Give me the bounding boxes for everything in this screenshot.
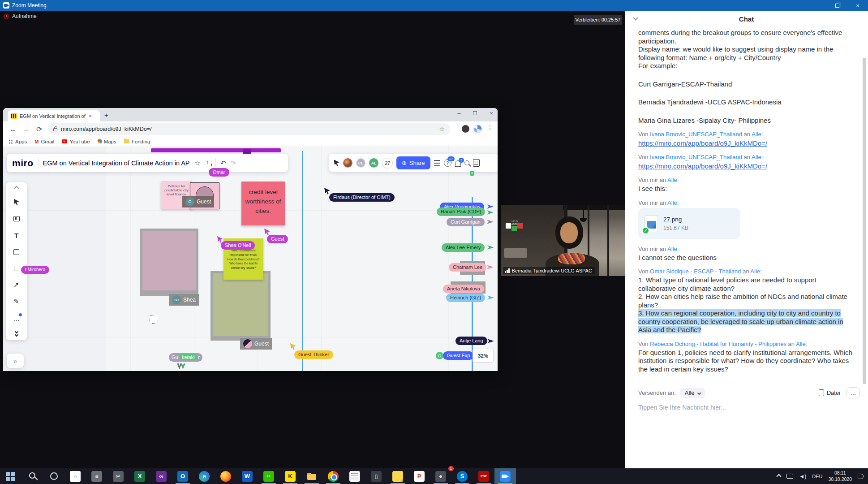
forward-button[interactable]: → bbox=[23, 125, 30, 134]
action-center-icon[interactable] bbox=[858, 474, 864, 479]
more-options-button[interactable]: … bbox=[847, 387, 860, 398]
chat-scrollbar[interactable] bbox=[863, 58, 866, 384]
taskbar-zoom[interactable] bbox=[494, 468, 516, 484]
canvas-zoom-level[interactable]: 32% bbox=[473, 349, 494, 363]
chat-link[interactable]: https://miro.com/app/board/o9J_kiKkMDo=/ bbox=[638, 139, 852, 147]
url-text[interactable]: miro.com/app/board/o9J_kiKkMDo=/ bbox=[61, 126, 435, 132]
taskbar-chrome[interactable] bbox=[322, 468, 344, 484]
redo-icon[interactable]: ↷ bbox=[231, 159, 236, 167]
miro-logo[interactable]: miro bbox=[12, 158, 34, 169]
minimize-button[interactable]: – bbox=[806, 0, 827, 11]
taskbar-pdf[interactable]: PDF bbox=[473, 468, 494, 484]
sticky-note-olive[interactable] bbox=[213, 273, 268, 336]
browser-close-button[interactable]: × bbox=[490, 110, 493, 117]
taskbar-word[interactable]: W bbox=[236, 468, 258, 484]
browser-tab[interactable]: EGM on Vertical Integration of Cl × bbox=[8, 110, 100, 121]
extension-icon[interactable] bbox=[462, 125, 469, 133]
clock[interactable]: 08:11 30.10.2020 bbox=[828, 470, 852, 482]
bookmark-gmail[interactable]: MGmail bbox=[34, 139, 54, 144]
address-bar[interactable]: miro.com/app/board/o9J_kiKkMDo=/ ☆ bbox=[48, 123, 450, 135]
taskbar-edge[interactable]: e bbox=[193, 468, 215, 484]
touch-keyboard-icon[interactable] bbox=[786, 474, 793, 479]
browser-menu-icon[interactable]: ⋮ bbox=[487, 124, 493, 131]
file-button[interactable]: Datei bbox=[819, 389, 840, 396]
rectangle-shape-mauve[interactable] bbox=[142, 231, 196, 290]
export-icon[interactable] bbox=[205, 160, 211, 166]
undo-icon[interactable]: ↶ bbox=[220, 159, 226, 167]
frame-title-bar[interactable] bbox=[151, 148, 281, 152]
settings-sliders-icon[interactable] bbox=[434, 160, 440, 166]
taskbar-media-app[interactable]: ∞ bbox=[150, 468, 172, 484]
search-icon[interactable] bbox=[464, 160, 469, 165]
chat-link[interactable]: https://miro.com/app/board/o9J_kiKkMDo=/ bbox=[638, 162, 852, 170]
speaker-icon[interactable]: ◄) bbox=[799, 473, 806, 480]
notes-icon[interactable] bbox=[473, 159, 480, 167]
pointer-tracking-icon[interactable] bbox=[334, 160, 339, 166]
taskbar-snipping-tool[interactable]: ✂ bbox=[107, 468, 129, 484]
taskbar-store[interactable]: ⌂ bbox=[64, 468, 86, 484]
bookmark-star-icon[interactable]: ☆ bbox=[439, 125, 445, 133]
sticky-note-red[interactable]: credit level worthiness of cities. bbox=[241, 182, 285, 225]
taskbar-printer[interactable]: ≡ bbox=[86, 468, 107, 484]
shapes-tool[interactable] bbox=[12, 264, 21, 273]
bookmark-maps[interactable]: Maps bbox=[98, 139, 116, 144]
restore-button[interactable] bbox=[827, 0, 847, 11]
small-shape[interactable] bbox=[150, 315, 158, 324]
collaborators-count[interactable]: 27 bbox=[382, 158, 393, 169]
bookmark-apps[interactable]: Apps bbox=[9, 139, 27, 144]
sticky-note-tool[interactable] bbox=[12, 247, 21, 256]
frames-panel-expander[interactable]: » bbox=[7, 354, 24, 368]
share-button[interactable]: ⊕ Share bbox=[396, 156, 430, 169]
arrow-tool[interactable]: ↗ bbox=[12, 281, 21, 290]
frames-tool[interactable] bbox=[12, 214, 21, 223]
toolbar-collapse-icon[interactable] bbox=[14, 186, 19, 190]
more-tools[interactable]: … bbox=[12, 314, 21, 323]
browser-restore-button[interactable] bbox=[473, 111, 477, 115]
toolbar-expand-icon[interactable] bbox=[15, 330, 18, 336]
bell-icon[interactable]: 2 bbox=[455, 160, 461, 166]
reload-button[interactable]: ⟳ bbox=[36, 125, 42, 134]
chat-messages[interactable]: comments during the breakout groups to e… bbox=[638, 29, 852, 380]
taskbar-file-explorer[interactable] bbox=[301, 468, 322, 484]
taskbar-kakaotalk[interactable]: K bbox=[279, 468, 301, 484]
bookmark-youtube[interactable]: YouTube bbox=[62, 139, 90, 144]
taskbar-phone[interactable]: ▯ bbox=[365, 468, 387, 484]
new-tab-button[interactable]: + bbox=[104, 111, 108, 119]
collaborator-avatar-cl[interactable]: CL bbox=[356, 158, 365, 168]
recording-indicator[interactable]: Aufnahme bbox=[4, 13, 37, 19]
help-icon[interactable]: ?17 bbox=[444, 159, 451, 167]
browser-profile-avatar[interactable] bbox=[473, 125, 482, 133]
taskbar-notepad[interactable] bbox=[344, 468, 365, 484]
chat-collapse-icon[interactable] bbox=[633, 15, 638, 20]
board-title[interactable]: EGM on Vertical Integration of Climate A… bbox=[43, 160, 190, 167]
recipient-select[interactable]: Alle bbox=[680, 388, 705, 398]
taskbar-outlook[interactable]: O bbox=[172, 468, 193, 484]
close-button[interactable]: × bbox=[847, 0, 868, 11]
pen-tool[interactable]: ✎ bbox=[12, 297, 21, 306]
taskbar-paint[interactable]: P bbox=[408, 468, 430, 484]
bookmark-funding[interactable]: Funding bbox=[124, 139, 150, 144]
select-tool[interactable] bbox=[12, 198, 21, 207]
taskbar-skype[interactable]: S bbox=[451, 468, 473, 484]
taskbar-cortana[interactable] bbox=[43, 468, 64, 484]
favorite-star-icon[interactable]: ☆ bbox=[194, 159, 200, 167]
chat-input[interactable]: Tippen Sie Ihre Nachricht hier... bbox=[638, 404, 860, 411]
participant-video[interactable]: UCLG ASPAC Bernadia Tjandradewi UCLG ASP… bbox=[501, 205, 625, 276]
file-attachment[interactable]: ✓ 27.png 151.67 KB bbox=[638, 208, 740, 239]
browser-minimize-button[interactable]: – bbox=[457, 110, 460, 117]
taskbar-wechat[interactable]: •• bbox=[258, 468, 279, 484]
start-button[interactable] bbox=[0, 468, 21, 484]
miro-canvas[interactable]: miro EGM on Vertical Integration of Clim… bbox=[3, 147, 498, 371]
back-button[interactable]: ← bbox=[9, 125, 17, 134]
text-tool[interactable]: T bbox=[12, 231, 21, 240]
taskbar-gotomeeting[interactable]: ●1 bbox=[430, 468, 451, 484]
collaborator-avatar[interactable] bbox=[343, 158, 352, 168]
taskbar-search[interactable] bbox=[21, 468, 43, 484]
language-indicator[interactable]: DEU bbox=[812, 474, 822, 479]
taskbar-excel[interactable]: X bbox=[129, 468, 150, 484]
taskbar-sticky-notes[interactable] bbox=[387, 468, 408, 484]
tray-expand-icon[interactable] bbox=[777, 474, 782, 479]
taskbar-firefox[interactable] bbox=[215, 468, 236, 484]
tab-close-icon[interactable]: × bbox=[89, 113, 92, 119]
collaborator-avatar-al[interactable]: AL bbox=[369, 158, 378, 168]
